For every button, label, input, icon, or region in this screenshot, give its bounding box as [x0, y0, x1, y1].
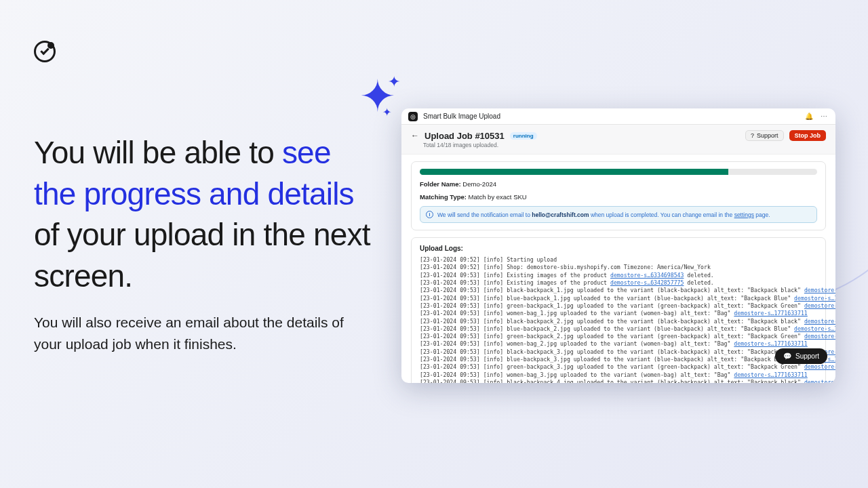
log-line: [23-01-2024 09:53] [info] green-backpack… — [420, 333, 817, 340]
log-line: [23-01-2024 09:53] [info] black-backpack… — [420, 379, 817, 383]
log-link[interactable]: demostore-s…17578711151 — [794, 295, 835, 302]
log-link[interactable]: demostore-s…17579039 — [804, 318, 835, 325]
log-line: [23-01-2024 09:53] [info] black-backpack… — [420, 318, 817, 325]
log-link[interactable]: demostore-s…6334698543 — [610, 272, 684, 279]
log-link[interactable]: demostore-s…1771633711 — [734, 340, 807, 347]
log-line: [23-01-2024 09:53] [info] green-backpack… — [420, 302, 817, 310]
log-line: [23-01-2024 09:53] [info] blue-backpack_… — [420, 325, 817, 333]
log-line: [23-01-2024 09:52] [info] Shop: demostor… — [420, 264, 817, 271]
chat-icon: 💬 — [783, 352, 791, 360]
logs-heading: Upload Logs: — [420, 245, 817, 252]
log-output: [23-01-2024 09:52] [info] Starting uploa… — [420, 256, 817, 383]
info-icon: i — [426, 211, 433, 218]
log-line: [23-01-2024 09:53] [info] green-backpack… — [420, 363, 817, 371]
log-link[interactable]: demostore-s…17578711151 — [794, 325, 835, 332]
app-title: Smart Bulk Image Upload — [423, 113, 500, 120]
log-line: [23-01-2024 09:53] [info] black-backpack… — [420, 287, 817, 294]
log-line: [23-01-2024 09:52] [info] Starting uploa… — [420, 256, 817, 264]
stop-job-button[interactable]: Stop Job — [789, 130, 827, 141]
back-button[interactable]: ← — [411, 131, 419, 140]
brand-logo — [34, 41, 56, 62]
folder-name-value: Demo-2024 — [462, 180, 496, 188]
log-link[interactable]: demostore-s…1771633711 — [734, 310, 807, 317]
help-icon: ? — [751, 132, 754, 139]
more-icon[interactable]: ⋯ — [819, 113, 829, 120]
log-link[interactable]: demostore-s…17578383 — [804, 302, 835, 309]
sparkle-decoration: ✦ ✦ ✦ — [359, 75, 396, 118]
progress-bar — [420, 169, 817, 175]
log-line: [23-01-2024 09:53] [info] Existing image… — [420, 279, 817, 287]
job-title: Upload Job #10531 — [425, 131, 505, 141]
log-line: [23-01-2024 09:53] [info] women-bag_1.jp… — [420, 310, 817, 317]
support-button[interactable]: ?Support — [745, 130, 784, 141]
upload-logs-card: Upload Logs: [23-01-2024 09:52] [info] S… — [411, 237, 826, 383]
log-link[interactable]: demostore-s…17578383 — [804, 363, 835, 370]
support-chat-button[interactable]: 💬Support — [775, 348, 827, 364]
log-line: [23-01-2024 09:53] [info] women-bag_3.jp… — [420, 371, 817, 379]
app-titlebar: ◎ Smart Bulk Image Upload 🔔 ⋯ — [401, 108, 835, 125]
headline: You will be able to see the progress and… — [34, 132, 380, 297]
settings-link[interactable]: settings — [734, 211, 754, 218]
bell-icon[interactable]: 🔔 — [804, 113, 814, 120]
log-link[interactable]: demostore-s…1771633711 — [734, 371, 807, 378]
email-info-banner: i We will send the notification email to… — [420, 206, 817, 223]
log-line: [23-01-2024 09:53] [info] blue-backpack_… — [420, 356, 817, 363]
log-line: [23-01-2024 09:53] [info] black-backpack… — [420, 348, 817, 356]
log-line: [23-01-2024 09:53] [info] women-bag_2.jp… — [420, 340, 817, 348]
matching-type-value: Match by exact SKU — [469, 193, 527, 201]
app-window: ◎ Smart Bulk Image Upload 🔔 ⋯ ← Upload J… — [401, 108, 835, 383]
upload-count-status: Total 14/18 images uploaded. — [423, 142, 826, 148]
notification-email: hello@craftshift.com — [532, 211, 589, 218]
log-line: [23-01-2024 09:53] [info] Existing image… — [420, 272, 817, 279]
log-link[interactable]: demostore-s… — [804, 379, 835, 383]
app-logo-icon: ◎ — [408, 112, 418, 121]
subheadline: You will also receive an email about the… — [34, 312, 359, 354]
status-badge: running — [510, 132, 537, 140]
log-link[interactable]: demostore-s…17578383 — [804, 333, 835, 340]
job-summary-card: Folder Name: Demo-2024 Matching Type: Ma… — [411, 161, 826, 230]
log-line: [23-01-2024 09:53] [info] blue-backpack_… — [420, 295, 817, 302]
log-link[interactable]: demostore-s…6342857775 — [610, 279, 684, 286]
log-link[interactable]: demostore-s…17579039 — [804, 287, 835, 293]
page-header: ← Upload Job #10531 running ?Support Sto… — [401, 125, 835, 155]
